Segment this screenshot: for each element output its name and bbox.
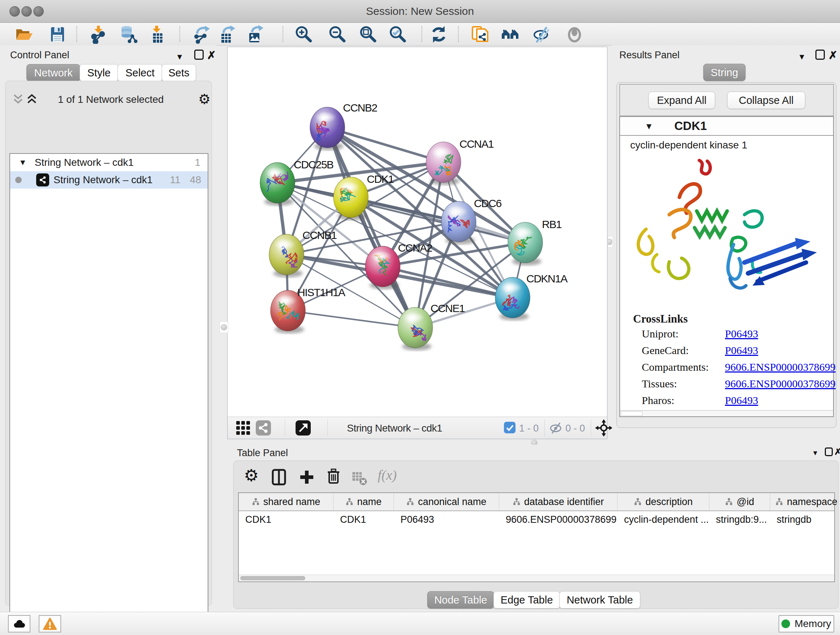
houses-button[interactable]	[500, 25, 520, 44]
network-node[interactable]: CDKN1A	[495, 272, 568, 320]
close-panel-icon[interactable]: ✗	[829, 50, 837, 61]
crosslink-uniprot-link[interactable]: P06493	[725, 328, 758, 340]
import-network-from-database-button[interactable]	[118, 25, 138, 44]
collapse-panel-icon[interactable]: ▾	[813, 449, 817, 457]
export-network-button[interactable]	[192, 25, 212, 44]
close-panel-icon[interactable]: ✗	[207, 50, 216, 61]
column-header[interactable]: canonical name	[394, 493, 499, 510]
table-options-gear-icon[interactable]: ⚙	[244, 467, 259, 484]
birds-eye-view-button[interactable]	[295, 420, 311, 437]
node-label: CCNA1	[459, 138, 494, 150]
results-panel-title: Results Panel	[619, 50, 680, 61]
export-table-button[interactable]	[218, 25, 238, 44]
tab-edge-table[interactable]: Edge Table	[493, 591, 560, 608]
float-panel-icon[interactable]	[825, 448, 833, 456]
network-node[interactable]: HIST1H1A	[271, 287, 346, 333]
delete-column-button[interactable]	[325, 468, 342, 486]
hide-selected-button[interactable]	[531, 25, 552, 44]
node-label: CCNA2	[398, 242, 432, 254]
hidden-eye-icon	[549, 421, 562, 436]
result-entry-header[interactable]: ▼ CDK1	[620, 117, 833, 136]
network-node[interactable]: CCNB1	[269, 229, 337, 277]
export-image-button[interactable]	[246, 25, 266, 44]
network-options-gear-icon[interactable]: ⚙	[198, 92, 210, 106]
tab-style[interactable]: Style	[80, 64, 118, 81]
network-selection-status: 1 of 1 Network selected	[58, 94, 164, 105]
open-session-button[interactable]	[14, 25, 34, 44]
tab-network[interactable]: Network	[27, 64, 80, 81]
table-hscrollbar[interactable]	[239, 575, 834, 581]
refresh-layout-button[interactable]	[429, 25, 449, 44]
crosslink-genecard-link[interactable]: P06493	[725, 344, 758, 356]
expand-all-networks-icon[interactable]	[26, 93, 38, 106]
memory-label: Memory	[794, 618, 831, 630]
column-tree-icon	[406, 498, 414, 506]
refresh-icon	[429, 25, 448, 44]
collapse-all-button[interactable]: Collapse All	[727, 92, 805, 109]
network-canvas[interactable]: CCNB2CCNA1CDC25BCDK1CDC6RB1CCNB1CCNA2CDK…	[227, 47, 607, 417]
cloud-button[interactable]	[8, 615, 30, 632]
node-label: CDK1	[367, 173, 394, 185]
left-splitter-handle[interactable]	[219, 321, 228, 333]
crosslink-tissues-link[interactable]: 9606.ENSP00000378699	[725, 378, 836, 390]
crosslinks-title: CrossLinks	[633, 312, 688, 325]
close-panel-icon[interactable]: ✗	[834, 448, 840, 456]
network-collection-row[interactable]: ▼ String Network – cdk1 1	[10, 154, 208, 171]
column-tree-icon	[252, 498, 260, 506]
network-row[interactable]: String Network – cdk1 11 48	[10, 171, 208, 188]
column-header[interactable]: @id	[709, 493, 770, 510]
import-network-from-file-button[interactable]	[89, 25, 109, 44]
node-table: shared name name canonical name database…	[238, 492, 835, 582]
hscrollbar-thumb[interactable]	[240, 576, 305, 580]
save-icon	[48, 25, 67, 44]
crosslink-pharos-link[interactable]: P06493	[725, 394, 758, 407]
warnings-button[interactable]	[39, 615, 61, 632]
crosslink-compartments-link[interactable]: 9606.ENSP00000378699	[725, 361, 836, 373]
tab-network-table[interactable]: Network Table	[559, 591, 640, 608]
add-column-button[interactable]	[298, 469, 316, 487]
show-all-button[interactable]	[564, 25, 584, 44]
network-node[interactable]: RB1	[508, 218, 562, 265]
toolbar-separator	[76, 26, 77, 42]
memory-button[interactable]: Memory	[778, 615, 834, 632]
results-hscrollbar[interactable]	[620, 410, 833, 416]
grid-view-button[interactable]	[235, 420, 251, 437]
collapse-all-networks-icon[interactable]	[12, 93, 24, 106]
collapse-panel-icon[interactable]: ▾	[799, 52, 804, 61]
import-table-from-file-button[interactable]	[147, 25, 167, 44]
column-header[interactable]: shared name	[239, 493, 333, 510]
save-session-button[interactable]	[47, 25, 68, 44]
tab-string[interactable]: String	[703, 64, 745, 81]
collection-expander-icon[interactable]: ▼	[19, 158, 27, 167]
delete-table-button-disabled	[352, 470, 368, 487]
zoom-selected-button[interactable]	[388, 25, 408, 44]
tab-sets[interactable]: Sets	[162, 64, 196, 81]
column-header[interactable]: namespace	[770, 493, 840, 510]
show-columns-button[interactable]	[271, 469, 288, 487]
column-header[interactable]: name	[333, 493, 394, 510]
zoom-out-button[interactable]	[327, 25, 347, 44]
tab-select[interactable]: Select	[118, 64, 163, 81]
selected-checkbox-icon[interactable]	[504, 422, 515, 435]
network-badge-icon[interactable]	[256, 420, 271, 437]
window-title: Session: New Session	[0, 5, 840, 17]
zoom-fit-button[interactable]	[358, 25, 378, 44]
zoom-in-icon	[294, 25, 313, 44]
float-panel-icon[interactable]	[815, 50, 825, 60]
collapse-panel-icon[interactable]: ▾	[177, 52, 182, 61]
expand-all-button[interactable]: Expand All	[648, 92, 715, 109]
column-header[interactable]: database identifier	[499, 493, 617, 510]
table-row[interactable]: CDK1 CDK1 P06493 9606.ENSP00000378699 cy…	[239, 511, 834, 528]
zoom-in-button[interactable]	[294, 25, 314, 44]
entry-expander-icon[interactable]: ▼	[645, 121, 653, 131]
fit-selected-crosshair-button[interactable]	[595, 419, 613, 438]
current-network-dot-icon	[15, 177, 22, 183]
float-panel-icon[interactable]	[194, 50, 204, 60]
network-node[interactable]: CCNE1	[398, 302, 465, 350]
column-header[interactable]: description	[617, 493, 709, 510]
tab-node-table[interactable]: Node Table	[427, 591, 494, 608]
network-node[interactable]: CDC6	[441, 197, 501, 244]
collection-label: String Network – cdk1	[35, 157, 134, 168]
new-network-from-file-button[interactable]	[470, 25, 490, 44]
export-image-icon	[246, 25, 265, 44]
